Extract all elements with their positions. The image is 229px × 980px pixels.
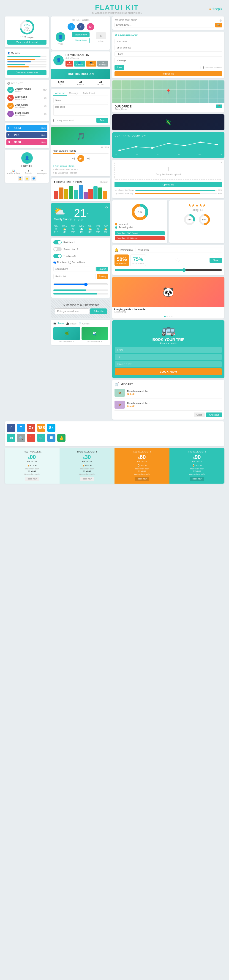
remind-pct1-label: or add fluster [116,262,127,264]
sg-twitter-icon[interactable]: T [17,424,25,432]
music-item-3[interactable]: ♪ 10 Dangerous - Jackson [53,171,109,175]
sg-monitor-icon[interactable]: 🖥 [47,434,55,442]
radio-1[interactable]: First item [53,261,66,264]
message-name-input[interactable] [53,98,108,103]
sg-search-icon[interactable]: 🔍 [17,434,25,442]
ring-percent: 70% [24,23,30,27]
new-album-btn[interactable]: New Album [72,38,90,43]
upload-area[interactable]: ⬆ Drag files here to upload [114,162,222,180]
radio-2[interactable]: Second item [68,261,85,264]
accept-label: Accept all condition [204,67,222,69]
download-resume-btn[interactable]: Download my resume [7,70,46,75]
music-item-1[interactable]: ♪ Njan gandara_Song1 [53,164,109,168]
register-phone-field[interactable] [114,51,222,57]
download-pdf-btn[interactable]: Download PDF Report [115,236,165,240]
accept-checkbox-label[interactable]: Accept all condition [200,66,222,69]
dribbble-icon[interactable]: D [87,23,94,30]
map-location-btn[interactable]: 📍 [216,105,222,108]
subscribe-btn[interactable]: Subscribe [90,309,107,314]
weather-days: SUN☀21° MON⛅20° TUE☀23° WEN🌧19° THU⛅30° … [54,225,107,234]
admin-search-btn[interactable]: 🔍 [215,23,222,27]
profile-card: 👤 HRITHIK ROSHAN Actor/Director ♥ Love 👥… [51,51,110,87]
friends-btn[interactable]: 👥 Friends [74,60,85,67]
pkg-book-basic-btn[interactable]: Book now [80,477,94,481]
settings-btn[interactable]: ⚙ Settings [97,60,108,67]
gallery-tab-videos[interactable]: 🎥 Videos [66,322,77,325]
sg-googleplus-icon[interactable]: G+ [27,424,35,432]
music-play-btn[interactable]: ▶ [77,155,84,162]
tab-about[interactable]: About me [53,91,67,95]
sg-mail-icon[interactable]: ✉ [7,434,15,442]
reply-checkbox-label[interactable]: Reply to me email [53,119,74,122]
bus-to-input[interactable] [115,354,222,360]
ui-search-input[interactable] [53,267,96,271]
gallery-img-1[interactable]: 🌿 [53,327,80,340]
sg-thumb-icon[interactable]: 👍 [57,434,66,442]
gallery-tabs: 📷 Photos 🎥 Videos 📄 Articles [53,322,108,325]
tab-message[interactable]: Message [67,91,80,95]
bus-from-input[interactable] [115,347,222,353]
ui-saving-btn[interactable]: Saving [97,274,108,279]
chat-item-2[interactable]: AS Alice Song Ok Jackson 2h [7,95,46,101]
sg-cart-icon[interactable]: 🛒 [37,434,45,442]
sg-facebook-icon[interactable]: f [7,424,15,432]
bus-frequency-input[interactable] [115,361,222,367]
register-message-field[interactable] [114,58,222,63]
chat-item[interactable]: JA Joseph Abuds Online now [7,87,46,93]
send-btn[interactable]: Send [96,118,108,123]
bus-title: BOOK YOUR TRIP [115,338,222,342]
slider-input[interactable] [53,283,108,286]
chat-item-3[interactable]: JA Josh Albert the mission 3h [7,103,46,109]
download-doc-btn[interactable]: Download DOC Report [115,231,165,235]
register-name-field[interactable] [114,39,222,44]
message-textarea[interactable] [53,104,108,116]
map-info: 📍 OUR OFFICE State, District [112,103,224,113]
sg-rss-icon[interactable]: RSS [37,424,45,432]
music-prev-btn[interactable]: ⏮ [72,156,75,161]
pkg-book-free-btn[interactable]: Book now [25,477,39,481]
pricing-row: FREE PACKAGE : 1 $00 Per month 🍺 01 Can … [5,448,224,484]
register-email-field[interactable] [114,45,222,50]
toggle-3[interactable] [53,254,62,258]
remind-slider[interactable] [114,268,222,272]
sg-pin-icon[interactable]: 📍 [27,434,35,442]
admin-search-input[interactable] [114,23,215,27]
love-btn[interactable]: ♥ Love [66,60,73,67]
toggle-2[interactable] [53,247,62,251]
bus-book-btn[interactable]: BOOK NOW [115,368,222,375]
register-btn[interactable]: Register me ! [114,72,222,76]
music-next-btn[interactable]: ⏭ [86,156,90,161]
cart-checkout-btn[interactable]: Checkout [206,412,222,417]
weather-settings-icon[interactable]: ⚙ [105,205,108,209]
gallery-img-2[interactable]: 🌊 [82,327,108,340]
toggle-1[interactable] [53,240,62,244]
map-pin-icon: 📍 [166,89,171,94]
view-profile-btn[interactable]: View profile [72,32,90,37]
pkg-book-pro-btn[interactable]: Book now [190,477,204,481]
gallery-tab-articles[interactable]: 📄 Articles [79,322,90,325]
music-item-2[interactable]: ♪ The don's case - Jackson [53,168,109,171]
chat-item-4[interactable]: FF Frank Fraphi the mission 5h [7,111,46,117]
fp-row-2: My album, 4215 png 80% [114,192,222,195]
gallery-tab-photos[interactable]: 📷 Photos [53,322,64,325]
ui-filter-input[interactable] [53,274,96,279]
gear-icon[interactable]: ⚙ [219,19,222,22]
cart-clear-btn[interactable]: Clear [194,412,205,417]
view-complete-report-btn[interactable]: View complete report [7,40,46,45]
remind-save-btn[interactable]: Save [210,258,222,263]
pkg-book-add-btn[interactable]: Book now [135,477,149,481]
register-save-btn[interactable]: Save [114,65,124,70]
twitter-icon[interactable]: T [67,23,75,30]
profile-banner-name: HRITHIK ROSHAN [68,72,94,76]
ui-search-btn[interactable]: Search [96,267,108,271]
reply-checkbox[interactable] [53,119,56,122]
sg-skype-icon[interactable]: Sk [47,424,55,432]
remind-input[interactable] [136,247,222,253]
price-col-add: ADD PACKAGE : 3 $60 Per month 🍺 10 Can H… [114,448,170,484]
facebook-icon[interactable]: f [77,23,85,30]
photos-btn[interactable]: 📷 Photos [86,60,97,67]
subscribe-input[interactable] [55,309,89,314]
tab-add-friend[interactable]: Add a friend [81,91,97,95]
upload-btn[interactable]: Upload file [114,182,222,187]
accept-checkbox[interactable] [200,66,203,69]
